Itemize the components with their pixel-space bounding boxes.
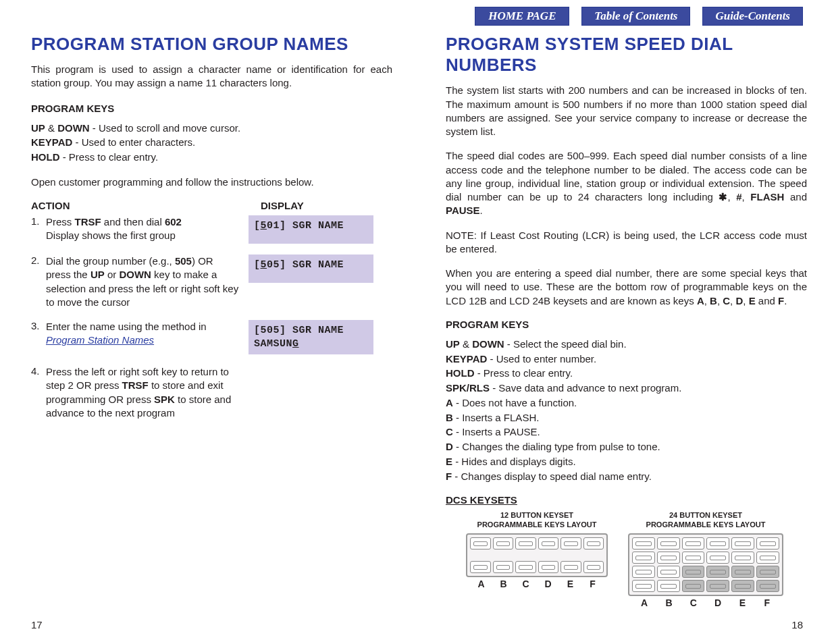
table-head: ACTION DISPLAY: [31, 200, 392, 211]
step-2: Dial the group number (e.g., 505) OR pre…: [31, 254, 392, 309]
step-1: Press TRSF and then dial 602 Display sho…: [31, 215, 392, 244]
key-hold: HOLD: [31, 151, 60, 163]
nav-tabs: HOME PAGE Table of Contents Guide-Conten…: [475, 7, 803, 26]
left-progkeys-head: PROGRAM KEYS: [31, 103, 392, 114]
program-station-names-link[interactable]: Program Station Names: [46, 334, 154, 346]
keyset-12: 12 BUTTON KEYSETPROGRAMMABLE KEYS LAYOUT…: [466, 511, 608, 589]
col-display: DISPLAY: [261, 200, 392, 211]
right-p3: When you are entering a speed dial numbe…: [446, 267, 807, 308]
nav-home[interactable]: HOME PAGE: [475, 7, 569, 26]
display-2: [505] SGR NAME: [249, 254, 373, 283]
left-title: PROGRAM STATION GROUP NAMES: [31, 34, 392, 55]
step-3: Enter the name using the method in Progr…: [31, 320, 392, 354]
col-action: ACTION: [31, 200, 261, 211]
step-4: Press the left or right soft key to retu…: [31, 365, 392, 420]
right-keylist: UP & DOWN - Select the speed dial bin. K…: [446, 337, 807, 484]
right-note: NOTE: If Least Cost Routing (LCR) is bei…: [446, 229, 807, 257]
display-1: [501] SGR NAME: [249, 215, 373, 244]
right-progkeys-head: PROGRAM KEYS: [446, 319, 807, 330]
keyset-row: 12 BUTTON KEYSETPROGRAMMABLE KEYS LAYOUT…: [446, 511, 807, 608]
right-p1: The system list starts with 200 numbers …: [446, 84, 807, 138]
nav-toc[interactable]: Table of Contents: [581, 7, 690, 26]
left-keylist: UP & DOWN - Used to scroll and move curs…: [31, 121, 392, 165]
page-num-left: 17: [31, 619, 43, 630]
labels-12: ABCDEF: [466, 579, 608, 589]
right-title: PROGRAM SYSTEM SPEED DIAL NUMBERS: [446, 34, 807, 76]
left-intro: This program is used to assign a charact…: [31, 63, 392, 90]
dcs-keysets-head: DCS KEYSETS: [446, 494, 807, 506]
keyset-24: 24 BUTTON KEYSETPROGRAMMABLE KEYS LAYOUT…: [628, 511, 783, 608]
steps-list: Press TRSF and then dial 602 Display sho…: [31, 215, 392, 420]
left-open-line: Open customer programming and follow the…: [31, 176, 392, 189]
right-page: PROGRAM SYSTEM SPEED DIAL NUMBERS The sy…: [446, 34, 807, 608]
right-p2: The speed dial codes are 500–999. Each s…: [446, 149, 807, 217]
key-down: DOWN: [57, 122, 90, 134]
labels-24: ABCDEF: [628, 597, 783, 608]
keygrid-24: [628, 533, 783, 596]
key-keypad: KEYPAD: [31, 136, 72, 148]
keygrid-12: [466, 533, 608, 577]
key-up: UP: [31, 122, 45, 134]
display-3: [505] SGR NAME SAMSUNG: [249, 320, 373, 354]
left-page: PROGRAM STATION GROUP NAMES This program…: [31, 34, 392, 431]
nav-guide[interactable]: Guide-Contents: [702, 7, 803, 26]
page-num-right: 18: [791, 619, 803, 630]
